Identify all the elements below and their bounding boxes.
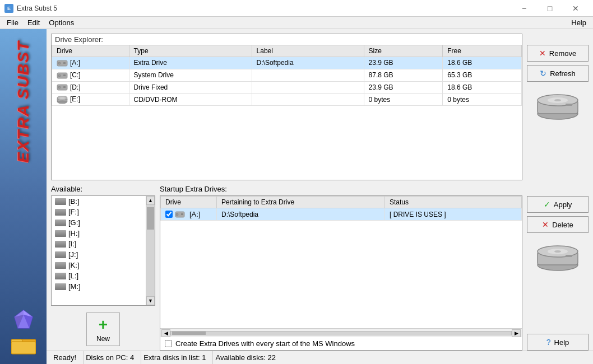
available-drive-item[interactable]: [L:] [52, 270, 146, 281]
available-drive-item[interactable]: [M:] [52, 281, 146, 292]
svg-point-26 [554, 99, 561, 101]
drive-table-row[interactable]: [D:] Drive Fixed 23.9 GB 18.6 GB [52, 81, 522, 94]
available-drive-item[interactable]: [J:] [52, 249, 146, 260]
close-button[interactable]: ✕ [563, 0, 589, 17]
scroll-up-arrow[interactable]: ▲ [146, 196, 155, 205]
cell-drive: [A:] [52, 57, 129, 69]
hdd-drive-icon [57, 59, 68, 67]
top-right-buttons: ✕ Remove ↻ Refresh [527, 34, 589, 180]
available-drive-item[interactable]: [B:] [52, 196, 146, 207]
menu-bar: File Edit Options Help [0, 17, 593, 29]
refresh-label: Refresh [550, 69, 576, 78]
startup-drive-label: [A:] [189, 210, 201, 218]
remove-button[interactable]: ✕ Remove [527, 45, 589, 62]
drive-list-icon [55, 198, 66, 205]
cell-label [252, 94, 364, 106]
new-label: New [96, 335, 110, 343]
startup-checkbox[interactable] [165, 340, 172, 347]
menu-file[interactable]: File [2, 17, 23, 28]
cell-free: 18.6 GB [443, 57, 522, 69]
bottom-right-buttons: ✓ Apply ✕ Delete [527, 185, 589, 351]
startup-checkbox-row: Create Extra Drives with every start of … [160, 337, 522, 350]
sidebar-icons [11, 308, 36, 355]
drive-image-2 [535, 242, 580, 276]
horizontal-scrollbar[interactable]: ◀ ▶ [160, 328, 522, 337]
startup-table: Drive Pertaining to Extra Drive Status [… [160, 196, 522, 221]
cell-size: 23.9 GB [364, 57, 443, 69]
delete-button[interactable]: ✕ Delete [527, 216, 589, 233]
drive-label: [I:] [68, 240, 76, 248]
svg-point-17 [58, 86, 61, 88]
col-free: Free [443, 45, 522, 57]
available-drive-item[interactable]: [I:] [52, 239, 146, 249]
cell-drive: [E:] [52, 94, 129, 106]
startup-cell-status: [ DRIVE IS USES ] [385, 208, 522, 221]
status-extra-disks: Extra disks in list: 1 [141, 351, 213, 364]
available-drive-item[interactable]: [K:] [52, 260, 146, 270]
drive-image [535, 91, 580, 124]
sidebar: EXTRA SUBST [0, 29, 47, 364]
col-type: Type [129, 45, 252, 57]
drive-label: [G:] [68, 218, 80, 227]
cell-drive: [D:] [52, 81, 129, 94]
new-button[interactable]: + New [86, 312, 120, 346]
scroll-down-arrow[interactable]: ▼ [146, 296, 155, 305]
drive-table-row[interactable]: [E:] CD/DVD-ROM 0 bytes 0 bytes [52, 94, 522, 106]
refresh-button[interactable]: ↻ Refresh [527, 65, 589, 82]
scroll-right-arrow[interactable]: ▶ [512, 329, 521, 337]
drive-illustration [535, 92, 580, 123]
startup-col-status: Status [385, 197, 522, 208]
menu-edit[interactable]: Edit [23, 17, 44, 28]
menu-items: File Edit Options [2, 17, 78, 28]
drive-table-row[interactable]: [C:] System Drive 87.8 GB 65.3 GB [52, 69, 522, 81]
startup-col-pertaining: Pertaining to Extra Drive [217, 197, 385, 208]
scroll-thumb[interactable] [147, 207, 154, 230]
available-scrollbar[interactable]: ▲ ▼ [146, 196, 155, 305]
bottom-section: Available: [B:][F:][G:][H:][I:][J:][K:][… [47, 183, 593, 351]
startup-label: Startup Extra Drives: [160, 185, 522, 193]
apply-button[interactable]: ✓ Apply [527, 196, 589, 213]
cell-size: 87.8 GB [364, 69, 443, 81]
svg-rect-29 [181, 213, 183, 215]
drive-list-icon [55, 251, 66, 258]
startup-table-container: Drive Pertaining to Extra Drive Status [… [160, 195, 522, 351]
minimize-button[interactable]: − [511, 0, 537, 17]
menu-options[interactable]: Options [44, 17, 78, 28]
drive-list-container: [B:][F:][G:][H:][I:][J:][K:][L:][M:] ▲ ▼ [51, 195, 155, 306]
sidebar-logo: EXTRA SUBST [15, 40, 33, 163]
drive-label: [L:] [68, 272, 78, 280]
cell-label [252, 69, 364, 81]
scroll-left-arrow[interactable]: ◀ [161, 329, 170, 337]
available-drive-item[interactable]: [G:] [52, 217, 146, 228]
available-drive-item[interactable]: [F:] [52, 207, 146, 217]
svg-point-11 [58, 62, 61, 64]
menu-help[interactable]: Help [567, 17, 591, 28]
app-icon: E [4, 4, 13, 13]
startup-col-drive: Drive [161, 197, 217, 208]
drive-list-icon [55, 209, 66, 216]
available-drive-item[interactable]: [H:] [52, 228, 146, 239]
maximize-button[interactable]: □ [537, 0, 563, 17]
drive-table-row[interactable]: [A:] Extra Drive D:\Softpedia 23.9 GB 18… [52, 57, 522, 69]
status-bar: Ready! Disks on PC: 4 Extra disks in lis… [47, 351, 593, 364]
delete-label: Delete [552, 221, 573, 229]
svg-point-35 [554, 250, 561, 253]
refresh-icon: ↻ [540, 69, 546, 78]
drive-table: Drive Type Label Size Free [A:] Extra Dr… [52, 45, 522, 106]
drive-list-icon [55, 220, 66, 226]
cdrom-drive-icon [57, 96, 68, 104]
help-button[interactable]: ? Help [527, 334, 589, 351]
startup-table-row[interactable]: [A:] D:\Softpedia [ DRIVE IS USES ] [161, 208, 522, 221]
apply-label: Apply [554, 200, 572, 209]
title-bar: E Extra Subst 5 − □ ✕ [0, 0, 593, 17]
help-icon: ? [546, 338, 551, 347]
svg-point-30 [176, 213, 178, 216]
hscroll-thumb[interactable] [172, 332, 206, 335]
drive-illustration-2 [535, 244, 580, 274]
cell-type: CD/DVD-ROM [129, 94, 252, 106]
row-checkbox[interactable] [165, 211, 173, 218]
status-ready: Ready! [51, 351, 84, 364]
svg-point-21 [59, 97, 65, 99]
drive-list-icon [55, 273, 66, 279]
available-label: Available: [51, 185, 155, 193]
